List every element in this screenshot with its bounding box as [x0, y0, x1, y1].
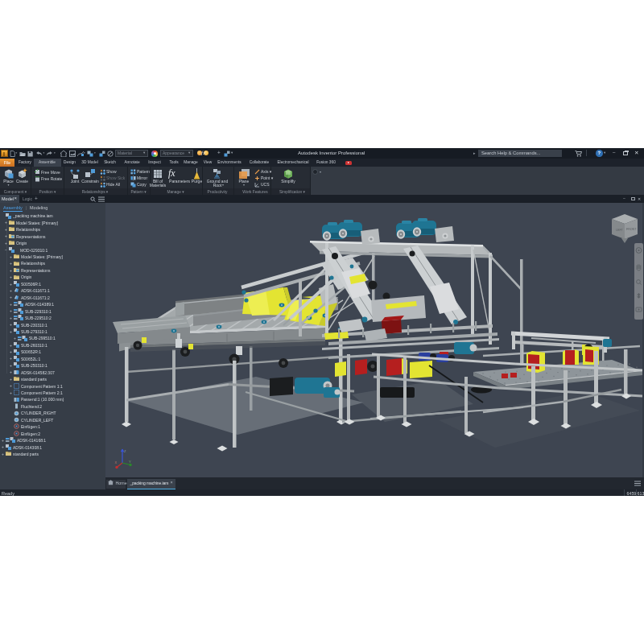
svg-text:FRONT: FRONT	[626, 228, 637, 231]
svg-text:Z: Z	[124, 449, 126, 453]
svg-text:Y: Y	[129, 460, 131, 464]
svg-text:LEFT: LEFT	[616, 229, 624, 232]
svg-text:X: X	[115, 460, 118, 464]
